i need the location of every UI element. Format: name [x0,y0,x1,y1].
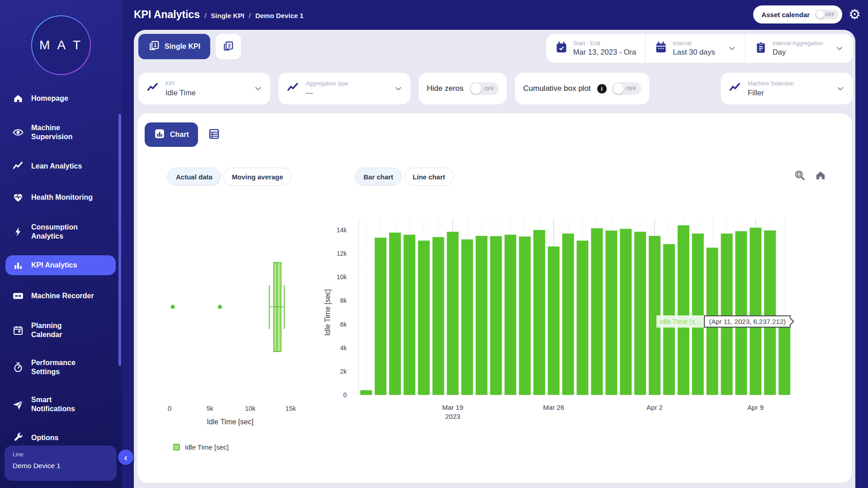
boxplot-svg[interactable]: 05k10k15kIdle Time [sec] [154,208,312,434]
sidebar-item-kpi-analytics[interactable]: KPI Analytics [5,255,116,275]
svg-text:Mar 26: Mar 26 [543,404,564,411]
sidebar-scrollbar[interactable] [118,114,121,366]
chevron-down-icon [254,84,262,93]
svg-text:Apr 9: Apr 9 [747,404,764,411]
kpi-select-label: KPI [165,80,247,87]
line-label: Line [13,451,108,458]
info-icon[interactable]: i [597,84,607,94]
line-device-name: Demo Device 1 [13,462,108,470]
chart-view-switch: Chart [145,122,220,147]
topbar: KPI Analytics / Single KPI / Demo Device… [134,0,868,29]
sidebar-item-performance-settings[interactable]: Performance Settings [5,354,116,380]
aggregation-type-label: Aggregation type [306,80,387,87]
cumulative-box-plot-label: Cumulative box plot [523,84,590,93]
asset-calendar-toggle[interactable]: OFF [815,9,839,19]
toggle-state-label: OFF [484,86,494,91]
trend-icon [287,81,299,96]
machine-selection-select[interactable]: Machine Selection Filler [721,73,853,104]
kpi-select-value: Idle Time [165,89,247,97]
bar-chart-area: Mar 192023Mar 26Apr 2Apr 902k4k6k8k10k12… [319,208,854,434]
sidebar-item-options[interactable]: Options [5,428,116,448]
chevron-down-icon [836,84,844,93]
sidebar-item-machine-supervision[interactable]: Machine Supervision [5,119,116,145]
interval-aggregation-value: Day [773,48,823,56]
interval-aggregation-select[interactable]: Interval Aggregation Day [745,34,853,63]
zoom-icon[interactable] [794,169,806,183]
chart-button-icon [154,128,165,141]
table-view-button[interactable] [208,128,220,141]
tab-actual-data[interactable]: Actual data [167,168,221,186]
clipboard-icon [755,41,767,56]
wrench-icon [11,432,25,443]
aggregation-type-select[interactable]: Aggregation type --- [278,73,410,104]
breadcrumb-item[interactable]: Single KPI [211,12,244,19]
chart-tooltip: Idle Time [s... (Apr 11, 2023, 6,237.212… [656,315,793,328]
sidebar-item-consumption-analytics[interactable]: Consumption Analytics [5,218,116,245]
hide-zeros-toggle[interactable]: OFF [470,82,499,95]
sidebar-item-lean-analytics[interactable]: Lean Analytics [5,156,116,177]
svg-text:8k: 8k [340,297,347,304]
svg-text:12k: 12k [336,250,347,257]
svg-text:10k: 10k [336,273,347,281]
gear-icon[interactable]: ⚙ [849,8,861,21]
start-end-field[interactable]: Start - End Mar 13, 2023 - Ora [546,34,645,63]
kpi-select[interactable]: KPI Idle Time [138,73,270,104]
breadcrumb: KPI Analytics / Single KPI / Demo Device… [134,9,303,21]
tab-moving-average[interactable]: Moving average [223,168,292,186]
kpi-select-texts: KPI Idle Time [165,80,247,97]
reset-home-icon[interactable] [815,169,826,183]
line-selector-card[interactable]: Line Demo Device 1 [5,446,117,481]
breadcrumb-separator: / [204,12,206,19]
chevron-left-icon: ‹ [124,452,127,462]
mat-logo-text: M A T [39,38,83,52]
kpi-mode-switch: 1 Single KPI 2 [138,34,241,59]
sidebar-item-machine-recorder[interactable]: Machine Recorder [5,286,116,306]
sidebar-item-smart-notifications[interactable]: Smart Notifications [5,391,116,418]
stopwatch-icon [11,361,25,373]
multi-kpi-tab[interactable]: 2 [216,34,241,59]
date-range-card: Start - End Mar 13, 2023 - Ora Interval … [546,34,853,63]
svg-text:14k: 14k [336,226,347,234]
send-icon [11,398,25,411]
main-panel: 1 Single KPI 2 Start - End Mar 13, 2023 … [134,30,855,488]
sidebar-item-label: KPI Analytics [31,261,77,270]
sidebar-item-label: Planning Calendar [31,321,62,339]
sidebar-item-label: Consumption Analytics [31,223,78,240]
sidebar-item-homepage[interactable]: Homepage [5,89,116,108]
mat-logo: M A T [31,15,91,75]
bar-chart-icon [11,260,25,271]
chart-view-button[interactable]: Chart [145,122,198,147]
calendar-check-icon [555,41,568,56]
svg-text:0: 0 [343,391,347,399]
single-kpi-tab[interactable]: 1 Single KPI [138,34,210,59]
toggle-knob [613,83,624,94]
breadcrumb-item[interactable]: Demo Device 1 [255,12,304,19]
aggregation-type-value: --- [306,89,387,97]
sidebar-item-label: Smart Notifications [31,395,75,413]
interval-aggregation-texts: Interval Aggregation Day [773,40,823,56]
zoom-glyph [794,169,806,183]
sidebar-item-health-monitoring[interactable]: Health Monitoring [5,187,116,208]
sidebar-item-planning-calendar[interactable]: Planning Calendar [5,317,116,343]
interval-texts: Interval Last 30 days [673,40,715,56]
svg-text:6k: 6k [340,321,347,328]
heart-pulse-icon [11,192,25,203]
topbar-right: Asset calendar OFF ⚙ [753,5,861,23]
interval-select[interactable]: Interval Last 30 days [645,34,745,63]
cumulative-box-plot-toggle[interactable]: OFF [612,82,641,95]
chevron-down-icon [728,44,736,52]
chart-legend[interactable]: Idle Time [sec] [173,443,229,451]
trend-icon [729,81,741,96]
tab-line-chart[interactable]: Line chart [404,168,454,186]
cumulative-box-plot-card: Cumulative box plot i OFF [515,73,649,104]
bolt-icon [11,226,25,237]
svg-text:Idle Time [sec]: Idle Time [sec] [207,418,253,426]
start-end-texts: Start - End Mar 13, 2023 - Ora [573,40,636,56]
tab-bar-chart[interactable]: Bar chart [355,168,402,186]
sidebar-item-label: Homepage [31,94,68,103]
svg-text:10k: 10k [245,405,256,412]
hide-zeros-card: Hide zeros OFF [419,73,507,104]
asset-calendar-pill[interactable]: Asset calendar OFF [753,5,842,23]
machine-selection-texts: Machine Selection Filler [748,80,829,97]
sidebar-collapse-button[interactable]: ‹ [118,450,133,465]
